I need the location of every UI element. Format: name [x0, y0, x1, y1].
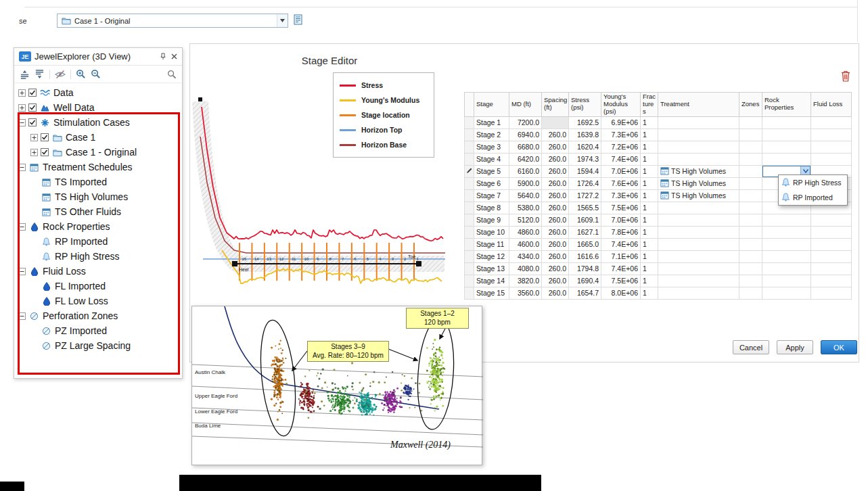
cell-treatment[interactable]: [658, 262, 739, 275]
cell-zones[interactable]: [739, 275, 762, 287]
checkbox[interactable]: [41, 148, 49, 156]
cell-rock-properties[interactable]: [762, 275, 811, 287]
tree-item-perforation-zones[interactable]: Perforation Zones: [14, 308, 182, 323]
table-row-stage-2[interactable]: Stage 26940.0260.01639.87.3E+061: [465, 128, 852, 141]
cell-zones[interactable]: [739, 262, 762, 275]
cell-rock-properties[interactable]: [762, 141, 811, 153]
expander-icon[interactable]: [18, 164, 26, 171]
ok-button[interactable]: OK: [821, 340, 857, 354]
table-row-stage-13[interactable]: Stage 134080.0260.01794.87.4E+061: [465, 262, 852, 275]
hide-icon[interactable]: [55, 70, 66, 79]
expander-icon[interactable]: [18, 223, 26, 231]
cell-zones[interactable]: [739, 141, 762, 153]
cell-fluid-loss[interactable]: [811, 128, 852, 141]
tree-item-ts-high-volumes[interactable]: TS High Volumes: [14, 189, 182, 204]
cell-rock-properties[interactable]: [762, 250, 811, 262]
tree-item-fl-low-loss[interactable]: FL Low Loss: [14, 294, 182, 308]
checkbox[interactable]: [41, 133, 49, 141]
cell-zones[interactable]: [739, 202, 762, 214]
cell-rock-properties[interactable]: [762, 116, 811, 128]
tree-item-fl-imported[interactable]: FL Imported: [14, 279, 182, 294]
cell-fluid-loss[interactable]: [811, 141, 852, 153]
cell-treatment[interactable]: [658, 214, 739, 226]
cell-treatment[interactable]: [658, 116, 739, 128]
cell-rock-properties[interactable]: [762, 262, 811, 275]
tree-item-case-1[interactable]: Case 1: [14, 130, 182, 145]
tree-item-treatment-schedules[interactable]: Treatment Schedules: [14, 160, 182, 174]
cell-treatment[interactable]: [658, 275, 739, 287]
table-row-stage-3[interactable]: Stage 36680.0260.01620.47.2E+061: [465, 141, 852, 153]
table-row-stage-10[interactable]: Stage 104860.0260.01627.17.8E+061: [465, 226, 852, 238]
search-icon[interactable]: [167, 70, 177, 79]
cell-fluid-loss[interactable]: [811, 153, 852, 165]
tree-item-rp-imported[interactable]: RP Imported: [14, 234, 182, 249]
cell-treatment[interactable]: TS High Volumes: [658, 165, 739, 177]
table-row-stage-9[interactable]: Stage 95120.0260.01609.17.0E+061: [465, 214, 852, 226]
tree-item-pz-large-spacing[interactable]: PZ Large Spacing: [14, 338, 182, 353]
cell-rock-properties[interactable]: [762, 214, 811, 226]
cell-zones[interactable]: [739, 287, 762, 299]
tree-item-fluid-loss[interactable]: Fluid Loss: [14, 264, 182, 279]
cell-treatment[interactable]: [658, 238, 739, 250]
cell-fluid-loss[interactable]: [811, 238, 852, 250]
expander-icon[interactable]: [30, 149, 38, 156]
collapse-all-icon[interactable]: [20, 70, 30, 79]
tree-item-pz-imported[interactable]: PZ Imported: [14, 323, 182, 338]
cell-zones[interactable]: [739, 226, 762, 238]
cell-treatment[interactable]: [658, 287, 739, 299]
cell-rock-properties[interactable]: [762, 287, 811, 299]
cell-fluid-loss[interactable]: [811, 287, 852, 299]
table-row-stage-12[interactable]: Stage 124340.0260.01616.67.1E+061: [465, 250, 852, 262]
expand-all-icon[interactable]: [35, 70, 45, 79]
cell-rock-properties[interactable]: [762, 153, 811, 165]
dropdown-option-rp-high-stress[interactable]: RP High Stress: [779, 175, 847, 190]
cell-zones[interactable]: [739, 177, 762, 189]
cell-treatment[interactable]: [658, 128, 739, 141]
dropdown-option-rp-imported[interactable]: RP Imported: [779, 190, 847, 205]
tree-item-ts-imported[interactable]: TS Imported: [14, 174, 182, 189]
cell-fluid-loss[interactable]: [811, 226, 852, 238]
cell-fluid-loss[interactable]: [811, 275, 852, 287]
cell-rock-properties[interactable]: [762, 226, 811, 238]
checkbox[interactable]: [28, 103, 37, 112]
expander-icon[interactable]: [18, 104, 26, 112]
expander-icon[interactable]: [18, 268, 26, 275]
case-selector-dropdown[interactable]: Case 1 - Original: [57, 14, 288, 28]
table-row-stage-14[interactable]: Stage 143820.0260.01690.47.5E+061: [465, 275, 852, 287]
tree-item-case-1-original[interactable]: Case 1 - Original: [14, 145, 182, 160]
tree-item-well-data[interactable]: Well Data: [14, 100, 182, 115]
tree-item-ts-other-fluids[interactable]: TS Other Fluids: [14, 204, 182, 219]
document-icon[interactable]: [294, 14, 302, 28]
cell-treatment[interactable]: [658, 226, 739, 238]
chevron-down-icon[interactable]: [277, 14, 288, 27]
table-row-stage-1[interactable]: Stage 17200.01692.56.9E+061: [465, 116, 852, 128]
cell-treatment[interactable]: TS High Volumes: [658, 189, 739, 202]
cell-zones[interactable]: [739, 250, 762, 262]
apply-button[interactable]: Apply: [777, 340, 813, 354]
checkbox[interactable]: [28, 118, 37, 126]
cell-zones[interactable]: [739, 214, 762, 226]
cell-rock-properties[interactable]: [762, 238, 811, 250]
cell-zones[interactable]: [739, 238, 762, 250]
cell-treatment[interactable]: [658, 141, 739, 153]
cell-zones[interactable]: [739, 116, 762, 128]
close-icon[interactable]: [171, 53, 177, 60]
cell-fluid-loss[interactable]: [811, 116, 852, 128]
cell-fluid-loss[interactable]: [811, 250, 852, 262]
tree-item-rp-high-stress[interactable]: RP High Stress: [14, 249, 182, 264]
tree-item-stimulation-cases[interactable]: Stimulation Cases: [14, 115, 182, 130]
cell-zones[interactable]: [739, 153, 762, 165]
expander-icon[interactable]: [18, 89, 26, 97]
cell-rock-properties[interactable]: [762, 128, 811, 141]
cell-treatment[interactable]: [658, 153, 739, 165]
expander-icon[interactable]: [18, 119, 26, 126]
cell-zones[interactable]: [739, 128, 762, 141]
cell-fluid-loss[interactable]: [811, 262, 852, 275]
delete-stage-icon[interactable]: [841, 70, 850, 85]
pin-icon[interactable]: [159, 53, 166, 60]
cell-zones[interactable]: [739, 165, 762, 177]
cell-treatment[interactable]: [658, 250, 739, 262]
zoom-in-icon[interactable]: [76, 69, 86, 79]
checkbox[interactable]: [28, 89, 37, 97]
table-row-stage-4[interactable]: Stage 46420.0260.01974.37.4E+061: [465, 153, 852, 165]
